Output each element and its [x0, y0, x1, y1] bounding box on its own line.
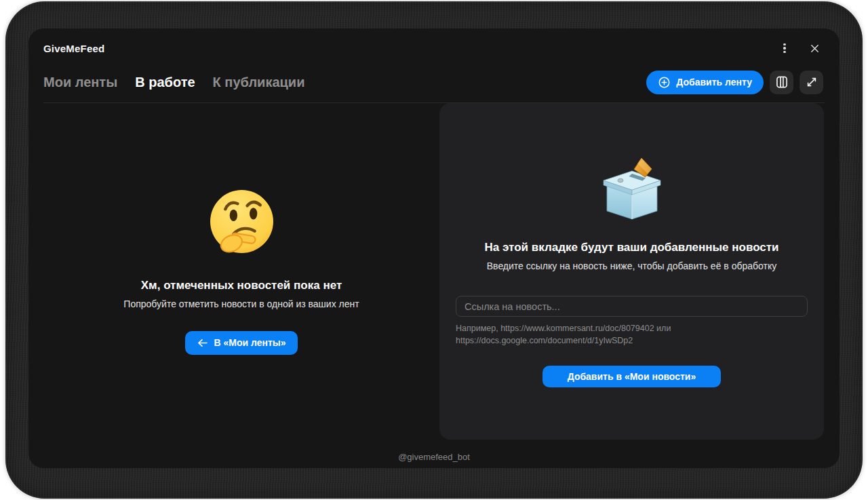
- columns-view-button[interactable]: [770, 71, 793, 94]
- add-to-my-news-label: Добавить в «Мои новости»: [568, 371, 696, 382]
- kebab-dots: [783, 43, 785, 54]
- card-title: На этой вкладке будут ваши добавленные н…: [484, 241, 778, 254]
- card-button-row: Добавить в «Мои новости»: [542, 366, 722, 387]
- add-feed-button[interactable]: Добавить ленту: [646, 71, 764, 94]
- tab-my-feeds[interactable]: Мои ленты: [43, 75, 117, 90]
- close-x-glyph: [810, 43, 820, 54]
- tab-to-publication[interactable]: К публикации: [213, 75, 305, 90]
- hint-line-1: Например, https://www.kommersant.ru/doc/…: [456, 323, 808, 335]
- columns-icon: [775, 75, 789, 89]
- empty-state-subtitle: Попробуйте отметить новости в одной из в…: [123, 299, 359, 309]
- tab-in-progress[interactable]: В работе: [135, 75, 195, 90]
- go-to-my-feeds-button[interactable]: В «Мои ленты»: [185, 331, 297, 355]
- device-frame: GiveMeFeed Мои ленты В работе К публикац…: [5, 1, 863, 499]
- main-content: Хм, отмеченных новостей пока нет Попробу…: [43, 103, 824, 440]
- app-window: GiveMeFeed Мои ленты В работе К публикац…: [28, 28, 840, 468]
- news-link-input[interactable]: [456, 296, 808, 317]
- arrow-left-icon: [197, 339, 208, 347]
- expand-button[interactable]: [800, 71, 823, 94]
- app-title: GiveMeFeed: [43, 43, 104, 54]
- tabs: Мои ленты В работе К публикации: [43, 75, 304, 90]
- titlebar: GiveMeFeed: [28, 28, 840, 68]
- card-subtitle: Введите ссылку на новость ниже, чтобы до…: [487, 261, 776, 271]
- plus-circle-icon: [658, 76, 671, 89]
- toolbar-actions: Добавить ленту: [646, 71, 823, 94]
- close-icon[interactable]: [806, 39, 823, 57]
- empty-state-title: Хм, отмеченных новостей пока нет: [141, 279, 342, 292]
- menu-kebab-icon[interactable]: [776, 39, 793, 57]
- hint-line-2: https://docs.google.com/document/d/1yIwS…: [456, 335, 808, 347]
- add-feed-label: Добавить ленту: [676, 77, 752, 88]
- link-example-hint: Например, https://www.kommersant.ru/doc/…: [456, 323, 808, 347]
- window-controls: [776, 39, 823, 57]
- marked-news-empty-state: Хм, отмеченных новостей пока нет Попробу…: [43, 103, 439, 440]
- go-to-my-feeds-label: В «Мои ленты»: [214, 337, 285, 348]
- bot-handle: @givemefeed_bot: [28, 452, 840, 462]
- ballot-box-emoji: [598, 155, 666, 225]
- link-form: Например, https://www.kommersant.ru/doc/…: [439, 296, 824, 347]
- add-to-my-news-button[interactable]: Добавить в «Мои новости»: [542, 366, 722, 387]
- expand-diagonal-icon: [806, 76, 818, 88]
- thinking-face-emoji: [209, 189, 275, 254]
- tabbar: Мои ленты В работе К публикации Добавить…: [28, 68, 840, 96]
- added-news-card: На этой вкладке будут ваши добавленные н…: [439, 103, 824, 440]
